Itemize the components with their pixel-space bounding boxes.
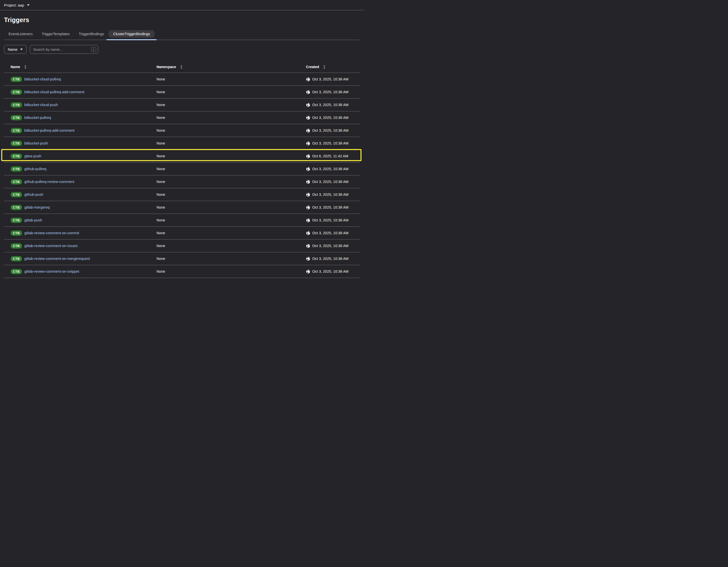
search-box: / bbox=[30, 45, 98, 54]
namespace-cell: None bbox=[150, 252, 299, 265]
created-timestamp: Oct 6, 2025, 11:42 AM bbox=[312, 154, 348, 158]
resource-link[interactable]: gitlab-review-comment-on-commit bbox=[24, 231, 79, 235]
name-cell: CTBbitbucket-cloud-pullreq bbox=[4, 73, 150, 86]
namespace-cell: None bbox=[150, 111, 299, 124]
name-cell: CTBgithub-pullreq-review-comment bbox=[4, 175, 150, 188]
chevron-down-icon bbox=[27, 4, 30, 6]
sort-icon bbox=[180, 65, 183, 69]
namespace-cell: None bbox=[150, 265, 299, 278]
name-cell: CTBbitbucket-cloud-pullreq-add-comment bbox=[4, 86, 150, 98]
namespace-cell: None bbox=[150, 124, 299, 137]
created-cell: Oct 3, 2025, 10:38 AM bbox=[299, 239, 360, 252]
created-timestamp: Oct 3, 2025, 10:38 AM bbox=[312, 218, 348, 222]
name-cell: CTBgitea-push bbox=[4, 150, 150, 163]
table-row: CTBgitea-pushNoneOct 6, 2025, 11:42 AM bbox=[4, 150, 360, 163]
globe-icon bbox=[306, 77, 310, 81]
resource-link[interactable]: github-pullreq-review-comment bbox=[24, 180, 74, 184]
created-cell: Oct 3, 2025, 10:38 AM bbox=[299, 86, 360, 98]
globe-icon bbox=[306, 205, 310, 209]
resource-link[interactable]: bitbucket-pullreq bbox=[24, 116, 51, 120]
resource-link[interactable]: github-pullreq bbox=[24, 167, 46, 171]
table-row: CTBbitbucket-cloud-pullreqNoneOct 3, 202… bbox=[4, 73, 360, 86]
tab-triggertemplates[interactable]: TriggerTemplates bbox=[37, 30, 74, 38]
name-cell: CTBgitlab-review-comment-on-mergerequest bbox=[4, 252, 150, 265]
project-selector[interactable]: Project: aap bbox=[4, 3, 30, 7]
ctb-badge: CTB bbox=[11, 205, 22, 210]
globe-icon bbox=[306, 154, 310, 158]
created-cell: Oct 3, 2025, 10:38 AM bbox=[299, 227, 360, 239]
namespace-cell: None bbox=[150, 214, 299, 227]
ctb-badge: CTB bbox=[11, 89, 22, 95]
created-timestamp: Oct 3, 2025, 10:38 AM bbox=[312, 192, 348, 196]
table-header: Name Namespace Created bbox=[4, 61, 360, 73]
created-timestamp: Oct 3, 2025, 10:38 AM bbox=[312, 167, 348, 171]
ctb-badge: CTB bbox=[11, 115, 22, 120]
tab-eventlisteners[interactable]: EventListeners bbox=[4, 30, 37, 38]
globe-icon bbox=[306, 192, 310, 197]
name-cell: CTBgitlab-review-comment-on-commit bbox=[4, 227, 150, 239]
name-cell: CTBgitlab-push bbox=[4, 214, 150, 227]
column-header-created: Created bbox=[299, 61, 360, 73]
sort-by-namespace[interactable]: Namespace bbox=[157, 65, 183, 69]
created-cell: Oct 3, 2025, 10:38 AM bbox=[299, 252, 360, 265]
sort-icon bbox=[24, 65, 27, 69]
table-row: CTBbitbucket-cloud-pullreq-add-commentNo… bbox=[4, 86, 360, 98]
resource-link[interactable]: bitbucket-cloud-pullreq-add-comment bbox=[24, 90, 84, 94]
column-header-namespace: Namespace bbox=[150, 61, 299, 73]
name-cell: CTBgithub-push bbox=[4, 188, 150, 201]
name-cell: CTBbitbucket-cloud-push bbox=[4, 98, 150, 111]
column-header-name: Name bbox=[4, 61, 150, 73]
created-timestamp: Oct 3, 2025, 10:38 AM bbox=[312, 141, 348, 145]
table-row: CTBbitbucket-cloud-pushNoneOct 3, 2025, … bbox=[4, 98, 360, 111]
table-row: CTBgithub-pullreq-review-commentNoneOct … bbox=[4, 175, 360, 188]
ctb-badge: CTB bbox=[11, 141, 22, 146]
ctb-badge: CTB bbox=[11, 218, 22, 223]
ctb-badge: CTB bbox=[11, 166, 22, 172]
created-timestamp: Oct 3, 2025, 10:38 AM bbox=[312, 231, 348, 235]
sort-icon bbox=[323, 65, 326, 69]
masthead: Project: aap bbox=[0, 0, 364, 10]
resource-link[interactable]: bitbucket-pullreq-add-comment bbox=[24, 128, 75, 132]
ctb-badge: CTB bbox=[11, 269, 22, 274]
tab-clustertriggerbindings[interactable]: ClusterTriggerBindings bbox=[109, 30, 154, 38]
sort-by-name[interactable]: Name bbox=[11, 65, 27, 69]
globe-icon bbox=[306, 128, 310, 133]
table-row: CTBbitbucket-pullreqNoneOct 3, 2025, 10:… bbox=[4, 111, 360, 124]
resource-link[interactable]: gitlab-push bbox=[24, 218, 42, 222]
chevron-down-icon bbox=[20, 48, 23, 50]
table-row: CTBgitlab-pushNoneOct 3, 2025, 10:38 AM bbox=[4, 214, 360, 227]
created-timestamp: Oct 3, 2025, 10:38 AM bbox=[312, 244, 348, 248]
resource-link[interactable]: gitlab-mergereq bbox=[24, 205, 50, 209]
resource-link[interactable]: gitlab-review-comment-on-issues bbox=[24, 244, 78, 248]
triggers-table: Name Namespace Created bbox=[4, 61, 360, 278]
resource-link[interactable]: github-push bbox=[24, 192, 43, 196]
filter-toolbar: Name / bbox=[4, 45, 360, 54]
table-body: CTBbitbucket-cloud-pullreqNoneOct 3, 202… bbox=[4, 73, 360, 278]
tab-triggerbindings[interactable]: TriggerBindings bbox=[74, 30, 109, 38]
namespace-cell: None bbox=[150, 188, 299, 201]
search-input[interactable] bbox=[30, 45, 98, 54]
resource-link[interactable]: gitea-push bbox=[24, 154, 41, 158]
created-cell: Oct 3, 2025, 10:38 AM bbox=[299, 265, 360, 278]
created-cell: Oct 3, 2025, 10:38 AM bbox=[299, 73, 360, 86]
ctb-badge: CTB bbox=[11, 179, 22, 184]
created-cell: Oct 6, 2025, 11:42 AM bbox=[299, 150, 360, 163]
name-cell: CTBbitbucket-pullreq-add-comment bbox=[4, 124, 150, 137]
created-cell: Oct 3, 2025, 10:38 AM bbox=[299, 175, 360, 188]
resource-link[interactable]: bitbucket-push bbox=[24, 141, 48, 145]
sort-by-created[interactable]: Created bbox=[306, 65, 326, 69]
resource-link[interactable]: gitlab-review-comment-on-mergerequest bbox=[24, 256, 90, 260]
table-row: CTBbitbucket-pullreq-add-commentNoneOct … bbox=[4, 124, 360, 137]
ctb-badge: CTB bbox=[11, 153, 22, 159]
resource-link[interactable]: gitlab-review-comment-on-snippet bbox=[24, 269, 79, 273]
created-timestamp: Oct 3, 2025, 10:38 AM bbox=[312, 256, 348, 260]
table-row: CTBgitlab-review-comment-on-issuesNoneOc… bbox=[4, 239, 360, 252]
globe-icon bbox=[306, 90, 310, 94]
filter-attribute-dropdown[interactable]: Name bbox=[4, 45, 27, 54]
resource-link[interactable]: bitbucket-cloud-pullreq bbox=[24, 77, 61, 81]
tab-bar: EventListenersTriggerTemplatesTriggerBin… bbox=[4, 30, 360, 40]
created-cell: Oct 3, 2025, 10:38 AM bbox=[299, 188, 360, 201]
globe-icon bbox=[306, 256, 310, 261]
created-timestamp: Oct 3, 2025, 10:38 AM bbox=[312, 180, 348, 184]
resource-link[interactable]: bitbucket-cloud-push bbox=[24, 103, 58, 107]
